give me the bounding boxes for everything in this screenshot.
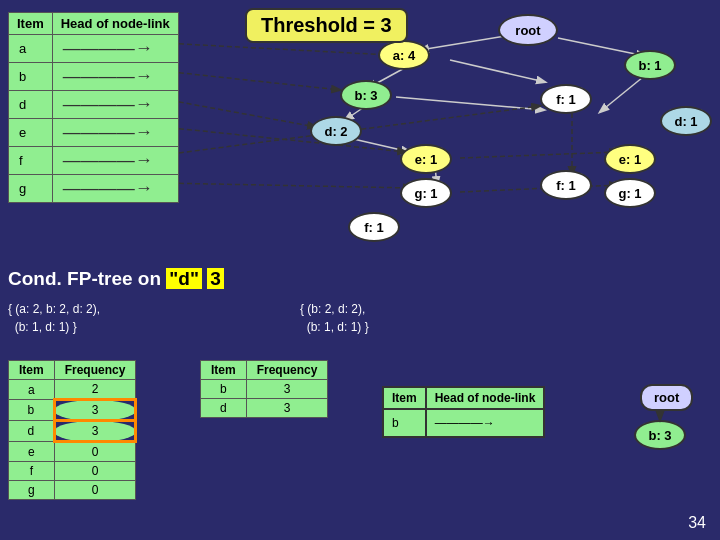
page-number: 34 bbox=[688, 514, 706, 532]
node-f1-2: f: 1 bbox=[540, 170, 592, 200]
item-head-table: Item Head of node-link a————→ b————→ d——… bbox=[8, 12, 179, 203]
svg-line-11 bbox=[163, 99, 316, 127]
node-g1-1: g: 1 bbox=[400, 178, 452, 208]
node-a4: a: 4 bbox=[378, 40, 430, 70]
node-e1-2: e: 1 bbox=[604, 144, 656, 174]
svg-line-5 bbox=[396, 97, 544, 110]
mini-col2: Head of node-link bbox=[426, 387, 545, 409]
svg-line-6 bbox=[349, 138, 410, 152]
threshold-box: Threshold = 3 bbox=[245, 8, 408, 43]
node-b1: b: 1 bbox=[624, 50, 676, 80]
col1-header: Item bbox=[9, 13, 53, 35]
row-d: d bbox=[9, 91, 53, 119]
row-f: f bbox=[9, 147, 53, 175]
node-root: root bbox=[498, 14, 558, 46]
mini-node-b3: b: 3 bbox=[634, 420, 686, 450]
node-g1-2: g: 1 bbox=[604, 178, 656, 208]
freq2-col1: Item bbox=[201, 361, 247, 380]
node-f1-1: f: 1 bbox=[540, 84, 592, 114]
node-d1: d: 1 bbox=[660, 106, 712, 136]
svg-line-3 bbox=[450, 60, 545, 82]
node-e1-1: e: 1 bbox=[400, 144, 452, 174]
freq2-col2: Frequency bbox=[246, 361, 328, 380]
row-a: a bbox=[9, 35, 53, 63]
node-d2: d: 2 bbox=[310, 116, 362, 146]
main-container: Threshold = 3 Item Head of node-link a——… bbox=[0, 0, 720, 540]
svg-line-15 bbox=[460, 152, 618, 158]
node-b3: b: 3 bbox=[340, 80, 392, 110]
svg-line-12 bbox=[163, 127, 406, 152]
freq-table-2: Item Frequency b3 d3 bbox=[200, 360, 328, 418]
brace-left: { (a: 2, b: 2, d: 2), (b: 1, d: 1) } bbox=[8, 300, 100, 336]
svg-line-14 bbox=[163, 183, 412, 188]
row-g: g bbox=[9, 175, 53, 203]
svg-line-10 bbox=[163, 71, 340, 90]
threshold-label: Threshold = 3 bbox=[261, 14, 392, 36]
row-b: b bbox=[9, 63, 53, 91]
svg-line-16 bbox=[460, 185, 618, 192]
freq-table-1: Item Frequency a2 b3 d3 e0 f0 g0 bbox=[8, 360, 137, 500]
row-e: e bbox=[9, 119, 53, 147]
freq1-col2: Frequency bbox=[54, 361, 136, 380]
svg-line-9 bbox=[163, 43, 390, 55]
col2-header: Head of node-link bbox=[52, 13, 178, 35]
mini-col1: Item bbox=[383, 387, 426, 409]
node-f1-3: f: 1 bbox=[348, 212, 400, 242]
freq1-col1: Item bbox=[9, 361, 55, 380]
brace-right: { (b: 2, d: 2), (b: 1, d: 1) } bbox=[300, 300, 369, 336]
mini-item-table: Item Head of node-link b————→ bbox=[382, 386, 545, 438]
mini-root-box: root bbox=[640, 384, 693, 411]
cond-fp-tree-label: Cond. FP-tree on "d" 3 bbox=[8, 268, 224, 290]
